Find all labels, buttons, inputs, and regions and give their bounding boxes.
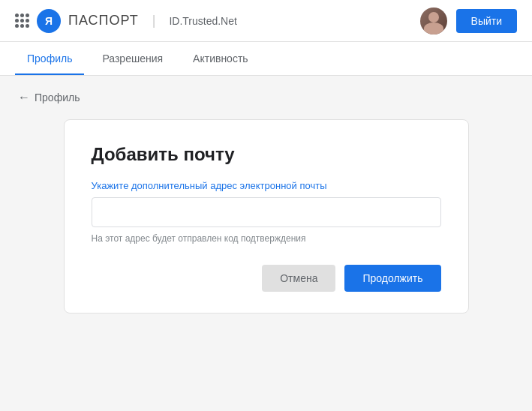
breadcrumb-label: Профиль (35, 92, 80, 104)
tab-profile[interactable]: Профиль (15, 42, 84, 75)
tab-permissions[interactable]: Разрешения (90, 42, 175, 75)
back-arrow-icon: ← (18, 91, 30, 104)
header-domain: ID.Trusted.Net (169, 15, 237, 27)
logout-button[interactable]: Выйти (456, 9, 517, 33)
card-actions: Отмена Продолжить (92, 265, 441, 292)
header-right: Выйти (420, 8, 517, 34)
header-left: Я ПАСПОРТ | ID.Trusted.Net (15, 9, 420, 33)
cancel-button[interactable]: Отмена (262, 265, 335, 292)
card-title: Добавить почту (92, 144, 441, 165)
grid-icon[interactable] (15, 14, 29, 28)
continue-button[interactable]: Продолжить (344, 265, 440, 292)
main-content: ← Профиль Добавить почту Укажите дополни… (0, 76, 532, 328)
header-divider: | (152, 13, 156, 28)
field-label: Укажите дополнительный адрес электронной… (92, 180, 441, 191)
email-input[interactable] (92, 197, 441, 227)
logo-icon: Я (37, 9, 61, 33)
email-field-group: Укажите дополнительный адрес электронной… (92, 180, 441, 244)
back-link[interactable]: ← Профиль (18, 91, 514, 104)
nav-tabs: Профиль Разрешения Активность (0, 42, 532, 76)
field-hint: На этот адрес будет отправлен код подтве… (92, 233, 441, 244)
brand-label: ПАСПОРТ (68, 13, 139, 28)
tab-activity[interactable]: Активность (181, 42, 260, 75)
header: Я ПАСПОРТ | ID.Trusted.Net Выйти (0, 0, 532, 42)
avatar[interactable] (420, 8, 447, 34)
add-email-card: Добавить почту Укажите дополнительный ад… (64, 119, 469, 314)
